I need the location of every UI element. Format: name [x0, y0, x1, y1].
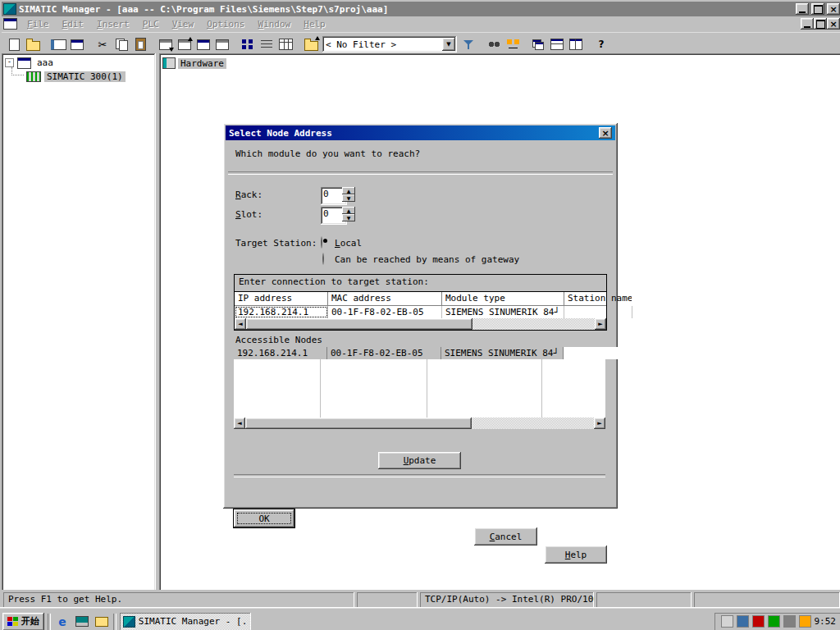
menu-insert[interactable]: Insert: [90, 17, 136, 31]
connection-hscrollbar[interactable]: ◄ ►: [235, 318, 606, 330]
tile-horizontally-button[interactable]: [548, 35, 566, 53]
local-radio[interactable]: [321, 236, 322, 249]
netpro-button[interactable]: [504, 35, 522, 53]
online-button[interactable]: [194, 35, 212, 53]
connection-mac-cell[interactable]: 00-1F-F8-02-EB-05: [328, 306, 442, 318]
spin-up-icon[interactable]: ▲: [342, 187, 355, 194]
spin-down-icon[interactable]: ▼: [342, 194, 355, 202]
quicklaunch-desktop-button[interactable]: [74, 614, 90, 630]
mdi-close-button[interactable]: ×: [827, 18, 840, 30]
nodes-hscrollbar[interactable]: ◄ ►: [234, 418, 605, 429]
menu-edit[interactable]: Edit: [56, 17, 91, 31]
menu-plc[interactable]: PLC: [136, 17, 166, 31]
new-button[interactable]: [5, 35, 23, 53]
mdi-minimize-button[interactable]: [801, 18, 814, 30]
scroll-right-button[interactable]: ►: [594, 418, 605, 429]
tray-antivirus-icon[interactable]: [752, 615, 765, 628]
column-station-name[interactable]: Station name: [564, 292, 632, 305]
cut-button[interactable]: ✂: [94, 35, 112, 53]
spin-up-icon[interactable]: ▲: [342, 207, 355, 214]
copy-button[interactable]: [112, 35, 130, 53]
dialog-titlebar[interactable]: Select Node Address ×: [226, 126, 615, 140]
filter-combobox[interactable]: < No Filter > ▼: [322, 36, 457, 52]
start-button[interactable]: 开始: [2, 613, 44, 630]
connection-module-cell[interactable]: SIEMENS SINUMERIK 84┘: [442, 306, 564, 318]
offline-button[interactable]: [213, 35, 231, 53]
collapse-icon[interactable]: -: [5, 58, 14, 67]
tray-printer-icon[interactable]: [721, 615, 733, 628]
memory-card-button[interactable]: [49, 35, 67, 53]
gateway-radio[interactable]: [322, 253, 324, 265]
menu-options[interactable]: Options: [200, 17, 251, 31]
accessible-node-row[interactable]: 192.168.214.1 00-1F-F8-02-EB-05 SIEMENS …: [234, 347, 605, 359]
open-button[interactable]: [24, 35, 42, 53]
rack-spinner[interactable]: ▲ ▼: [342, 187, 355, 202]
tree-item-station-label[interactable]: SIMATIC 300(1): [44, 71, 126, 82]
scroll-track[interactable]: [246, 318, 595, 330]
help-button[interactable]: Help: [545, 546, 607, 564]
column-mac-address[interactable]: MAC address: [328, 292, 442, 305]
mdi-child-icon[interactable]: [3, 18, 17, 30]
node-station-cell[interactable]: [564, 347, 631, 359]
tray-volume-icon[interactable]: [783, 615, 796, 628]
list-button[interactable]: [258, 35, 276, 53]
hardware-item[interactable]: Hardware: [162, 57, 226, 70]
project-tree[interactable]: - aaa SIMATIC 300(1): [2, 53, 156, 595]
tree-item-station[interactable]: SIMATIC 300(1): [2, 70, 156, 84]
node-ip-cell[interactable]: 192.168.214.1: [234, 347, 327, 359]
dialog-close-button[interactable]: ×: [599, 127, 612, 139]
scroll-left-button[interactable]: ◄: [234, 418, 245, 429]
tree-item-project[interactable]: - aaa: [2, 56, 156, 70]
scroll-thumb[interactable]: [245, 418, 472, 429]
tile-vertically-button[interactable]: [567, 35, 585, 53]
menu-file[interactable]: File: [21, 17, 56, 31]
tray-usb-icon[interactable]: [799, 615, 811, 628]
help-button-toolbar[interactable]: ?: [592, 35, 610, 53]
window-titlebar[interactable]: SIMATIC Manager - [aaa -- C:\Program Fil…: [2, 2, 840, 16]
menu-view[interactable]: View: [166, 17, 201, 31]
ok-button[interactable]: OK: [234, 509, 294, 527]
scroll-thumb[interactable]: [246, 318, 472, 330]
connection-station-cell[interactable]: [564, 306, 632, 318]
tray-ime-icon[interactable]: [737, 615, 749, 628]
connection-ip-cell[interactable]: 192.168.214.1: [235, 306, 328, 318]
spin-down-icon[interactable]: ▼: [342, 214, 355, 221]
accessible-nodes-rows[interactable]: 192.168.214.1 00-1F-F8-02-EB-05 SIEMENS …: [234, 347, 605, 418]
scroll-right-button[interactable]: ►: [595, 318, 606, 330]
column-module-type[interactable]: Module type: [442, 292, 564, 305]
up-one-level-button[interactable]: [302, 35, 320, 53]
tray-network-icon[interactable]: [768, 615, 780, 628]
minimize-button[interactable]: [796, 3, 809, 15]
slot-spinner[interactable]: ▲ ▼: [342, 207, 355, 221]
cascade-windows-button[interactable]: [529, 35, 547, 53]
set-filter-button[interactable]: [459, 35, 477, 53]
scroll-track[interactable]: [245, 418, 594, 429]
node-module-cell[interactable]: SIEMENS SINUMERIK 84┘: [441, 347, 564, 359]
quicklaunch-mail-button[interactable]: [94, 614, 110, 630]
upload-button[interactable]: [176, 35, 194, 53]
tree-item-project-label[interactable]: aaa: [34, 57, 56, 68]
connection-table-header[interactable]: IP address MAC address Module type Stati…: [235, 292, 606, 306]
maximize-button[interactable]: [811, 3, 824, 15]
scroll-left-button[interactable]: ◄: [235, 318, 246, 330]
filter-dropdown-button[interactable]: ▼: [442, 38, 455, 51]
accessible-nodes-button[interactable]: [68, 35, 86, 53]
update-button[interactable]: Update: [378, 452, 461, 469]
task-button-simatic[interactable]: SIMATIC Manager - [...: [120, 613, 251, 630]
download-button[interactable]: [157, 35, 175, 53]
accessible-nodes-list[interactable]: 192.168.214.1 00-1F-F8-02-EB-05 SIEMENS …: [234, 347, 605, 429]
details-button[interactable]: [276, 35, 294, 53]
large-icons-button[interactable]: [239, 35, 257, 53]
cancel-button[interactable]: Cancel: [474, 527, 537, 546]
close-button[interactable]: ×: [827, 3, 840, 15]
simulate-button[interactable]: [485, 35, 503, 53]
menu-help[interactable]: Help: [297, 17, 332, 31]
local-radio-label[interactable]: Local: [335, 238, 362, 249]
column-ip-address[interactable]: IP address: [235, 292, 328, 305]
gateway-radio-label[interactable]: Can be reached by means of gateway: [335, 254, 519, 265]
paste-button[interactable]: [131, 35, 149, 53]
connection-row[interactable]: 192.168.214.1 00-1F-F8-02-EB-05 SIEMENS …: [235, 306, 606, 318]
menu-window[interactable]: Window: [252, 17, 298, 31]
node-mac-cell[interactable]: 00-1F-F8-02-EB-05: [327, 347, 441, 359]
quicklaunch-ie-button[interactable]: e: [54, 614, 71, 630]
